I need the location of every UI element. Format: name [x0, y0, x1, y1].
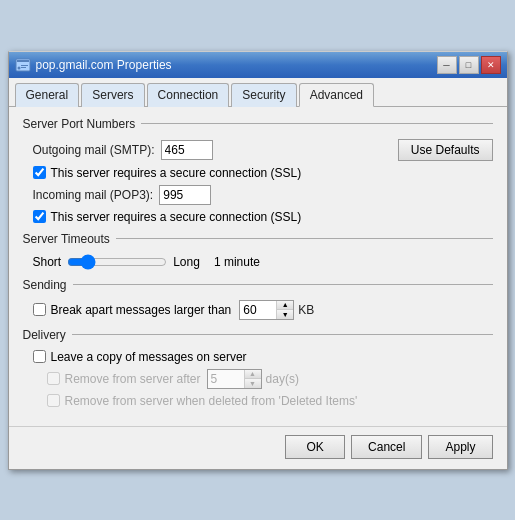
break-apart-checkbox[interactable] — [33, 303, 46, 316]
remove-after-checkbox[interactable] — [47, 372, 60, 385]
tab-content: Server Port Numbers Outgoing mail (SMTP)… — [9, 107, 507, 426]
maximize-button[interactable]: □ — [459, 56, 479, 74]
ssl-incoming-label: This server requires a secure connection… — [51, 210, 302, 224]
tab-security[interactable]: Security — [231, 83, 296, 107]
timeouts-header: Server Timeouts — [23, 232, 493, 246]
outgoing-mail-label: Outgoing mail (SMTP): — [33, 143, 155, 157]
leave-copy-label: Leave a copy of messages on server — [51, 350, 247, 364]
ok-button[interactable]: OK — [285, 435, 345, 459]
leave-copy-checkbox[interactable] — [33, 350, 46, 363]
server-ports-header: Server Port Numbers — [23, 117, 493, 131]
remove-after-row: Remove from server after ▲ ▼ day(s) — [23, 369, 493, 389]
sending-header: Sending — [23, 278, 493, 292]
timeout-value: 1 minute — [214, 255, 260, 269]
window-icon — [15, 57, 31, 73]
timeout-slider[interactable] — [67, 254, 167, 270]
outgoing-mail-row: Outgoing mail (SMTP): Use Defaults — [23, 139, 493, 161]
properties-window: pop.gmail.com Properties ─ □ ✕ General S… — [8, 51, 508, 470]
dialog-buttons: OK Cancel Apply — [9, 426, 507, 469]
remove-after-spin-buttons: ▲ ▼ — [244, 370, 261, 388]
break-apart-spin-down[interactable]: ▼ — [277, 310, 293, 319]
ssl-outgoing-row: This server requires a secure connection… — [23, 166, 493, 180]
ssl-incoming-row: This server requires a secure connection… — [23, 210, 493, 224]
apply-button[interactable]: Apply — [428, 435, 492, 459]
kb-label: KB — [298, 303, 314, 317]
timeouts-title: Server Timeouts — [23, 232, 110, 246]
outgoing-mail-input[interactable] — [161, 140, 213, 160]
ssl-outgoing-label: This server requires a secure connection… — [51, 166, 302, 180]
svg-rect-1 — [17, 60, 29, 62]
days-label: day(s) — [266, 372, 299, 386]
remove-after-spin-up[interactable]: ▲ — [245, 370, 261, 379]
break-apart-spin-up[interactable]: ▲ — [277, 301, 293, 310]
svg-rect-3 — [21, 65, 28, 66]
remove-after-label: Remove from server after — [65, 372, 201, 386]
delivery-section: Delivery Leave a copy of messages on ser… — [23, 328, 493, 408]
break-apart-spinbox: ▲ ▼ — [239, 300, 294, 320]
remove-deleted-checkbox[interactable] — [47, 394, 60, 407]
server-ports-section: Server Port Numbers Outgoing mail (SMTP)… — [23, 117, 493, 224]
tab-general[interactable]: General — [15, 83, 80, 107]
use-defaults-button[interactable]: Use Defaults — [398, 139, 493, 161]
remove-after-spinbox: ▲ ▼ — [207, 369, 262, 389]
short-label: Short — [33, 255, 62, 269]
window-title: pop.gmail.com Properties — [36, 58, 172, 72]
break-apart-spin-buttons: ▲ ▼ — [276, 301, 293, 319]
tab-servers[interactable]: Servers — [81, 83, 144, 107]
titlebar-left: pop.gmail.com Properties — [15, 57, 172, 73]
cancel-button[interactable]: Cancel — [351, 435, 422, 459]
long-label: Long — [173, 255, 200, 269]
incoming-mail-row: Incoming mail (POP3): — [23, 185, 493, 205]
break-apart-label: Break apart messages larger than — [51, 303, 232, 317]
timeout-slider-row: Short Long 1 minute — [23, 254, 493, 270]
svg-point-2 — [17, 66, 20, 69]
server-ports-title: Server Port Numbers — [23, 117, 136, 131]
timeouts-section: Server Timeouts Short Long 1 minute — [23, 232, 493, 270]
ssl-incoming-checkbox[interactable] — [33, 210, 46, 223]
sending-title: Sending — [23, 278, 67, 292]
close-button[interactable]: ✕ — [481, 56, 501, 74]
ssl-outgoing-checkbox[interactable] — [33, 166, 46, 179]
tab-advanced[interactable]: Advanced — [299, 83, 374, 107]
break-apart-input[interactable] — [240, 301, 276, 319]
titlebar-buttons: ─ □ ✕ — [437, 56, 501, 74]
sending-section: Sending Break apart messages larger than… — [23, 278, 493, 320]
remove-after-input[interactable] — [208, 370, 244, 388]
incoming-mail-input[interactable] — [159, 185, 211, 205]
incoming-mail-label: Incoming mail (POP3): — [33, 188, 154, 202]
break-apart-row: Break apart messages larger than ▲ ▼ KB — [23, 300, 493, 320]
delivery-title: Delivery — [23, 328, 66, 342]
remove-deleted-label: Remove from server when deleted from 'De… — [65, 394, 358, 408]
tabs-bar: General Servers Connection Security Adva… — [9, 78, 507, 107]
leave-copy-row: Leave a copy of messages on server — [23, 350, 493, 364]
remove-after-spin-down[interactable]: ▼ — [245, 379, 261, 388]
tab-connection[interactable]: Connection — [147, 83, 230, 107]
remove-deleted-row: Remove from server when deleted from 'De… — [23, 394, 493, 408]
svg-rect-4 — [21, 67, 26, 68]
minimize-button[interactable]: ─ — [437, 56, 457, 74]
delivery-header: Delivery — [23, 328, 493, 342]
titlebar: pop.gmail.com Properties ─ □ ✕ — [9, 52, 507, 78]
